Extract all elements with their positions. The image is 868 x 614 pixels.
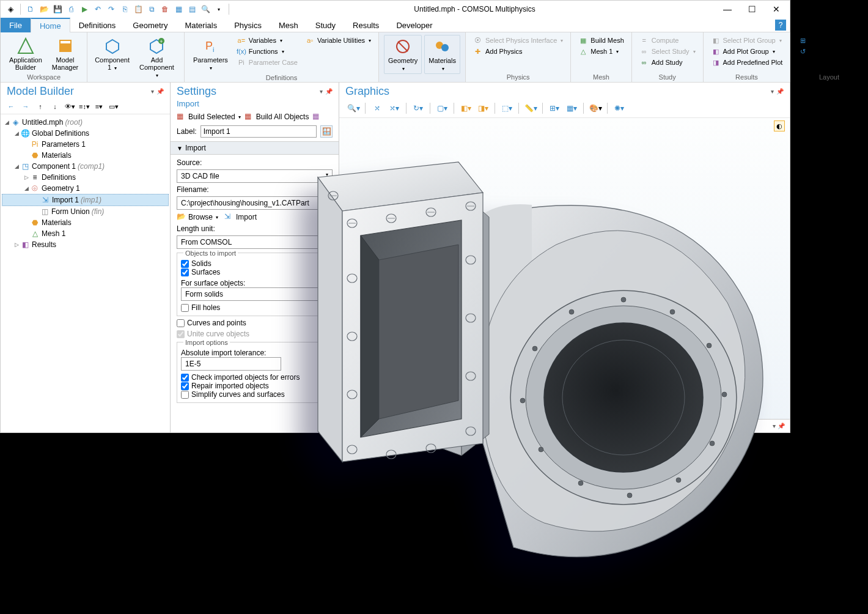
grid2-icon[interactable]: ▦▾	[564, 102, 579, 115]
materials-button[interactable]: Materials▾	[424, 35, 460, 74]
graphics-warning-icon[interactable]: ◐	[774, 120, 785, 131]
check-errors-checkbox[interactable]: Check imported objects for errors	[181, 373, 328, 382]
curves-checkbox[interactable]: Curves and points	[177, 319, 333, 327]
select-study-button[interactable]: ∞Select Study ▾	[637, 46, 698, 57]
select-physics-button[interactable]: ⦿Select Physics Interface ▾	[471, 35, 565, 46]
parameters-button[interactable]: PiParameters▾	[189, 35, 232, 73]
add-physics-button[interactable]: ✚Add Physics	[471, 46, 565, 57]
functions-button[interactable]: f(x)Functions ▾	[234, 46, 300, 57]
import-button[interactable]: ⇲Import	[224, 212, 257, 222]
redo-icon[interactable]: ↷	[105, 3, 117, 15]
panel-pin-icon[interactable]: 📌	[156, 88, 164, 95]
length-unit-combo[interactable]: From COMSOL▾	[177, 235, 333, 249]
panel-pin-icon[interactable]: 📌	[325, 88, 333, 95]
add-plot-group-button[interactable]: ◧Add Plot Group ▾	[708, 46, 785, 57]
color-icon[interactable]: 🎨▾	[587, 102, 603, 115]
tree-show-icon[interactable]: 👁▾	[63, 100, 76, 113]
scene-icon[interactable]: ◧▾	[458, 102, 474, 115]
tab-physics[interactable]: Physics	[226, 18, 270, 32]
panel-menu-icon[interactable]: ▾	[151, 88, 154, 95]
graphics-bottom-tab[interactable]: Me ▾ 📌	[339, 419, 790, 432]
tree-geometry1[interactable]: ◢⦾Geometry 1	[2, 183, 169, 194]
application-builder-button[interactable]: Application Builder	[6, 35, 46, 72]
tree-component1[interactable]: ◢◳Component 1(comp1)	[2, 161, 169, 172]
form-solids-combo[interactable]: Form solids▾	[181, 287, 328, 301]
tab-file[interactable]: File	[1, 18, 31, 32]
tree-results[interactable]: ▷◧Results	[2, 239, 169, 250]
label-input[interactable]	[200, 125, 317, 138]
tree-expand-icon[interactable]: ≡▾	[92, 100, 106, 113]
tree-definitions[interactable]: ▷≡Definitions	[2, 172, 169, 183]
new-icon[interactable]: 🗋	[24, 3, 37, 15]
build-all-button[interactable]: ▦Build All Objects	[245, 112, 309, 122]
filename-input[interactable]	[177, 196, 318, 210]
mesh-build-icon[interactable]: ▤	[186, 3, 198, 15]
geom-build-icon[interactable]: ▦	[172, 3, 185, 15]
tab-materials[interactable]: Materials	[176, 18, 226, 32]
add-study-button[interactable]: ∞Add Study	[637, 57, 698, 68]
grid-icon[interactable]: ⊞▾	[546, 102, 562, 115]
measure-icon[interactable]: 📏▾	[523, 102, 539, 115]
snapshot-icon[interactable]: ✺▾	[611, 102, 627, 115]
delete-icon[interactable]: 🗑	[159, 3, 171, 15]
tree-up-icon[interactable]: ↑	[34, 100, 47, 113]
tree-global-materials[interactable]: ⬣Materials	[2, 150, 169, 161]
paste-icon[interactable]: 📋	[132, 3, 144, 15]
tab-mesh[interactable]: Mesh	[270, 18, 307, 32]
tab-study[interactable]: Study	[307, 18, 344, 32]
tree-view-icon[interactable]: ▭▾	[107, 100, 120, 113]
tree-down-icon[interactable]: ↓	[48, 100, 62, 113]
tab-results[interactable]: Results	[344, 18, 388, 32]
tab-geometry[interactable]: Geometry	[124, 18, 176, 32]
tree-root[interactable]: ◢◈Untitled.mph(root)	[2, 117, 169, 128]
axes-dd-icon[interactable]: ⤯▾	[386, 102, 402, 115]
zoom-icon[interactable]: 🔍	[199, 3, 211, 15]
panel-menu-icon[interactable]: ▾	[320, 88, 323, 95]
surfaces-checkbox[interactable]: Surfaces	[181, 268, 328, 276]
duplicate-icon[interactable]: ⧉	[145, 3, 158, 15]
geometry-button[interactable]: Geometry▾	[384, 35, 422, 74]
tab-developer[interactable]: Developer	[388, 18, 441, 32]
save-icon[interactable]: 💾	[51, 3, 64, 15]
graphics-canvas[interactable]: ◐ Me ▾ 📌	[339, 118, 790, 432]
tree-parameters1[interactable]: PiParameters 1	[2, 139, 169, 150]
tab-home[interactable]: Home	[31, 18, 70, 32]
variables-button[interactable]: a=Variables ▾	[234, 35, 300, 46]
tree-back-icon[interactable]: ←	[4, 100, 18, 113]
compute-button[interactable]: =Compute	[637, 35, 698, 46]
zoom-icon[interactable]: 🔍▾	[345, 102, 361, 115]
add-predefined-plot-button[interactable]: ◨Add Predefined Plot	[708, 57, 785, 68]
fill-holes-checkbox[interactable]: Fill holes	[181, 303, 328, 312]
parameter-case-button[interactable]: PiParameter Case	[234, 57, 300, 68]
box-icon[interactable]: ▢▾	[434, 102, 450, 115]
build-selected-button[interactable]: ▦Build Selected ▾	[177, 112, 241, 122]
browse-button[interactable]: 📂Browse ▾	[177, 212, 218, 222]
component-button[interactable]: Component 1 ▾	[92, 35, 132, 80]
model-manager-button[interactable]: Model Manager	[48, 35, 82, 72]
undo-icon[interactable]: ↶	[92, 3, 104, 15]
repair-checkbox[interactable]: Repair imported objects	[181, 382, 328, 390]
panel-pin-icon[interactable]: 📌	[776, 88, 784, 95]
variable-utilities-button[interactable]: a▫Variable Utilities ▾	[303, 35, 373, 46]
minimize-button[interactable]: —	[718, 2, 737, 17]
maximize-button[interactable]: ☐	[742, 2, 762, 17]
tree-collapse-icon[interactable]: ≡↕▾	[78, 100, 91, 113]
tree-global-definitions[interactable]: ◢🌐Global Definitions	[2, 128, 169, 139]
build-extra-icon[interactable]: ▦	[312, 112, 322, 122]
help-button[interactable]: ?	[775, 20, 786, 31]
reset-desktop-button[interactable]: ↺Reset Desktop ▾	[795, 46, 862, 57]
tree-import1[interactable]: ⇲Import 1(imp1)	[2, 194, 169, 206]
copy-icon[interactable]: ⎘	[119, 3, 131, 15]
select-plot-group-button[interactable]: ◧Select Plot Group ▾	[708, 35, 785, 46]
tab-definitions[interactable]: Definitions	[70, 18, 125, 32]
select-icon[interactable]: ⬚▾	[499, 102, 515, 115]
panel-menu-icon[interactable]: ▾	[771, 88, 774, 95]
solids-checkbox[interactable]: Solids	[181, 259, 328, 268]
open-icon[interactable]: 📂	[38, 3, 50, 15]
filename-tag-icon[interactable]: 🪟	[320, 196, 333, 209]
build-mesh-button[interactable]: ▦Build Mesh	[576, 35, 626, 46]
axes-icon[interactable]: ⤯	[369, 102, 385, 115]
qat-dropdown-icon[interactable]: ▾	[213, 3, 225, 15]
scene2-icon[interactable]: ◨▾	[475, 102, 491, 115]
label-tag-icon[interactable]: 🪟	[320, 125, 333, 138]
